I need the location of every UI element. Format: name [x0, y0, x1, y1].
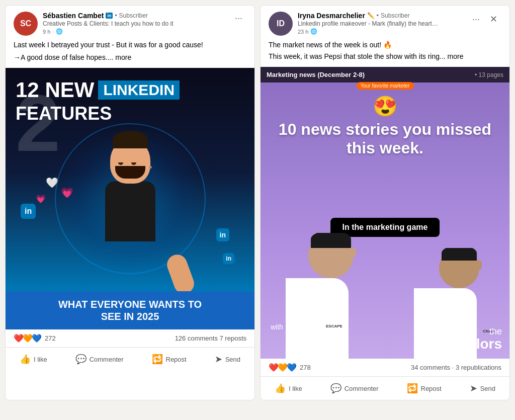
- left-emoji-1: ❤️: [14, 333, 24, 343]
- headline-12-new: 12 NEW: [16, 78, 94, 102]
- heart-2: 💗: [36, 194, 46, 204]
- char-earring: [149, 166, 152, 169]
- right-comments-reposts[interactable]: 34 comments · 3 republications: [411, 364, 501, 371]
- left-author-avatar[interactable]: SC: [14, 12, 38, 36]
- left-post-meta: 9 h · 🌐: [43, 28, 226, 35]
- left-post-header: SC Sébastien Cambet in • Subscriber Crea…: [6, 6, 254, 40]
- right-emoji-1: ❤️: [269, 363, 279, 372]
- left-repost-label: Repost: [166, 356, 187, 363]
- left-post-time: 9 h: [43, 29, 50, 35]
- right-author-name[interactable]: Iryna Desmarchelier: [298, 12, 365, 20]
- right-post-time: 23 h: [298, 29, 308, 35]
- left-reaction-count: 272: [45, 334, 56, 342]
- right-like-icon: 👍: [275, 383, 286, 394]
- right-post-image-container[interactable]: Marketing news (December 2-8) • 13 pages…: [261, 67, 509, 359]
- left-like-button[interactable]: 👍 I like: [14, 350, 53, 369]
- right-comment-button[interactable]: 💬 Commenter: [324, 379, 385, 398]
- left-like-label: I like: [34, 356, 47, 363]
- right-comments-count: 34 comments: [411, 364, 450, 371]
- left-header-actions: ···: [231, 12, 246, 25]
- left-send-icon: ➤: [215, 354, 222, 365]
- right-header-actions: ··· ✕: [468, 12, 501, 27]
- right-comment-icon: 💬: [330, 383, 341, 394]
- left-subscriber-label: Subscriber: [119, 12, 148, 19]
- left-post-text: Last week I betrayed your trust - But it…: [6, 40, 254, 68]
- left-post-image-container[interactable]: 2 12 NEW LINKEDIN FEATURES in in in 🤍 💗 …: [6, 68, 254, 329]
- right-post-meta: 23 h 🌐: [298, 28, 463, 35]
- right-verified-icon: ✏️: [367, 12, 375, 19]
- right-emoji-2: 🧡: [278, 363, 288, 372]
- in-badge-3: in: [223, 253, 234, 264]
- left-post-card: SC Sébastien Cambet in • Subscriber Crea…: [5, 5, 255, 400]
- left-emoji-3: 💙: [32, 333, 42, 343]
- right-name-row: Iryna Desmarchelier ✏️ • Subscriber: [298, 12, 463, 20]
- left-comment-button[interactable]: 💬 Commenter: [69, 350, 130, 369]
- right-reaction-count: 278: [300, 364, 311, 371]
- right-like-label: I like: [289, 385, 302, 392]
- left-comments-reposts[interactable]: 126 comments 7 reposts: [175, 334, 246, 342]
- left-comments-count: 126 comments: [175, 334, 218, 342]
- right-send-icon: ➤: [470, 383, 477, 394]
- right-subscriber-label: Subscriber: [381, 12, 409, 19]
- right-send-label: Send: [480, 385, 495, 392]
- right-news-headline: 😍 10 news stories you missed this week.: [271, 95, 499, 157]
- left-emoji-2: 🧡: [23, 333, 33, 343]
- left-globe-symbol: 🌐: [56, 28, 63, 35]
- left-send-button[interactable]: ➤ Send: [209, 350, 246, 369]
- defensellors-text: Défensellors: [417, 337, 502, 351]
- right-post-text-line1: The market news of the week is out! 🔥: [269, 40, 501, 50]
- right-like-button[interactable]: 👍 I like: [269, 379, 308, 398]
- fav-marketer-badge: Your favorite marketer: [356, 82, 413, 90]
- right-post-text: The market news of the week is out! 🔥 Th…: [261, 40, 509, 67]
- pages-count: • 13 pages: [475, 71, 503, 78]
- left-author-name[interactable]: Sébastien Cambet: [43, 12, 104, 20]
- left-post-more-text[interactable]: →A good dose of false hopes.... more: [14, 53, 131, 61]
- left-author-subtitle: Creative Posts & Clients: I teach you ho…: [43, 20, 184, 27]
- right-close-button[interactable]: ✕: [486, 12, 501, 27]
- left-name-row: Sébastien Cambet in • Subscriber: [43, 12, 226, 20]
- right-author-subtitle: Linkedin profile makeover - Mark (finall…: [298, 20, 439, 27]
- right-post-text-line2: This week, it was Pepsi that stole the s…: [269, 51, 501, 62]
- char-hair: [113, 131, 148, 148]
- left-comment-icon: 💬: [75, 354, 87, 365]
- person-1: ESCAPE: [286, 233, 376, 359]
- left-emoji-stack: ❤️ 🧡 💙: [14, 333, 41, 343]
- left-dot-sep: •: [115, 12, 117, 19]
- in-badge-2: in: [216, 228, 229, 241]
- right-actions-row: 👍 I like 💬 Commenter 🔁 Repost ➤ Send: [261, 377, 509, 400]
- right-emoji-3: 💙: [287, 363, 297, 372]
- right-globe-symbol: 🌐: [310, 28, 317, 35]
- right-repost-button[interactable]: 🔁 Repost: [401, 379, 448, 398]
- right-send-button[interactable]: ➤ Send: [464, 379, 501, 398]
- right-three-dots-button[interactable]: ···: [468, 13, 484, 26]
- headline-features: FEATURES: [16, 103, 244, 124]
- left-globe-icon: ·: [52, 29, 54, 35]
- right-repost-icon: 🔁: [407, 383, 418, 394]
- right-post-header: ID Iryna Desmarchelier ✏️ • Subscriber L…: [261, 6, 509, 40]
- right-reactions-row: ❤️ 🧡 💙 278 34 comments · 3 republication…: [261, 359, 509, 377]
- left-repost-button[interactable]: 🔁 Repost: [146, 350, 193, 369]
- left-reaction-emojis[interactable]: ❤️ 🧡 💙 272: [14, 333, 56, 343]
- right-emoji-stack: ❤️ 🧡 💙: [269, 363, 296, 372]
- the-text: the: [417, 326, 502, 337]
- right-post-more-text[interactable]: This week, it was Pepsi that stole the s…: [269, 52, 464, 60]
- right-dot-sep: •: [377, 12, 379, 19]
- left-post-text-line1: Last week I betrayed your trust - But it…: [14, 40, 246, 50]
- char-eye-left: [118, 162, 123, 165]
- left-like-icon: 👍: [20, 354, 31, 365]
- heart-1: 🤍: [46, 177, 58, 189]
- left-actions-row: 👍 I like 💬 Commenter 🔁 Repost ➤ Send: [6, 348, 254, 371]
- marketing-news-label: Marketing news (December 2-8): [267, 71, 365, 78]
- left-bottom-banner: WHAT EVERYONE WANTS TO SEE IN 2025: [6, 291, 254, 329]
- char-body: [105, 181, 155, 241]
- right-headline-text: 10 news stories you missed this week.: [271, 120, 499, 157]
- escape-label: ESCAPE: [326, 324, 342, 328]
- right-reaction-emojis[interactable]: ❤️ 🧡 💙 278: [269, 363, 311, 372]
- left-three-dots-button[interactable]: ···: [231, 12, 246, 25]
- heart-3: 💗: [61, 187, 73, 199]
- defensellors-block: the Défensellors: [417, 326, 502, 351]
- left-image-headline: 12 NEW LINKEDIN FEATURES: [16, 78, 244, 124]
- right-author-avatar[interactable]: ID: [269, 12, 293, 36]
- right-image-badge: Marketing news (December 2-8) • 13 pages: [261, 67, 509, 82]
- left-repost-icon: 🔁: [152, 354, 163, 365]
